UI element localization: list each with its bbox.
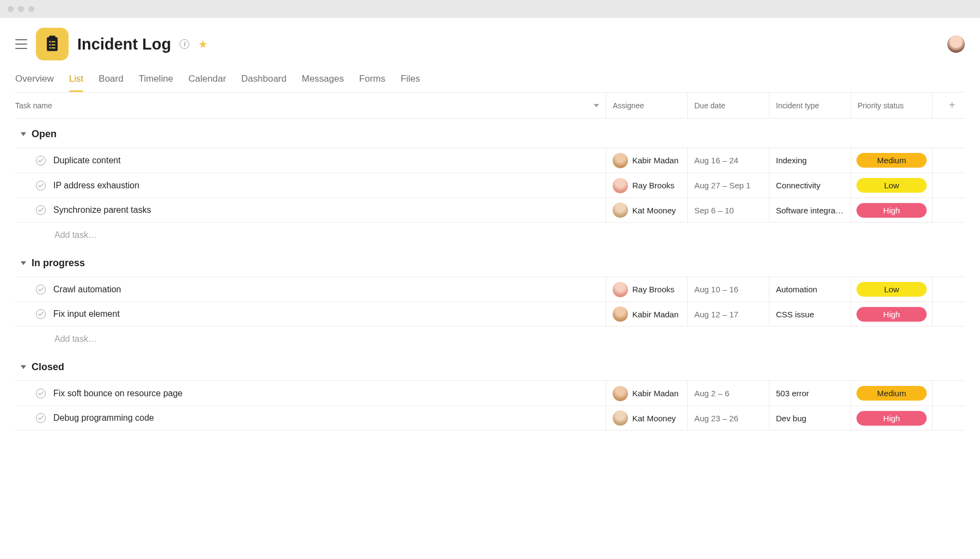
priority-cell[interactable]: Medium bbox=[850, 381, 932, 406]
complete-task-checkbox[interactable] bbox=[36, 413, 46, 423]
assignee-cell[interactable]: Ray Brooks bbox=[606, 277, 687, 302]
priority-pill: High bbox=[856, 307, 927, 322]
assignee-name: Kabir Madan bbox=[632, 310, 679, 319]
tab-board[interactable]: Board bbox=[98, 68, 123, 92]
column-due-date[interactable]: Due date bbox=[687, 93, 769, 118]
due-date-cell[interactable]: Aug 10 – 16 bbox=[687, 277, 769, 302]
add-task-button[interactable]: Add task… bbox=[15, 223, 965, 248]
sidebar-toggle-button[interactable] bbox=[15, 39, 27, 49]
assignee-cell[interactable]: Kabir Madan bbox=[606, 381, 687, 406]
complete-task-checkbox[interactable] bbox=[36, 205, 46, 215]
task-row[interactable]: Fix input elementKabir MadanAug 12 – 17C… bbox=[15, 302, 965, 327]
column-assignee[interactable]: Assignee bbox=[606, 93, 687, 118]
assignee-cell[interactable]: Kat Mooney bbox=[606, 198, 687, 222]
info-icon[interactable]: i bbox=[180, 39, 189, 49]
window-minimize-button[interactable] bbox=[18, 6, 24, 12]
svg-rect-1 bbox=[49, 35, 55, 39]
tab-forms[interactable]: Forms bbox=[359, 68, 385, 92]
task-row[interactable]: Debug programming codeKat MooneyAug 23 –… bbox=[15, 406, 965, 431]
empty-cell bbox=[932, 148, 965, 173]
empty-cell bbox=[932, 198, 965, 222]
priority-cell[interactable]: Low bbox=[850, 277, 932, 302]
section-header[interactable]: Open bbox=[15, 119, 965, 148]
svg-rect-3 bbox=[52, 41, 56, 42]
tab-calendar[interactable]: Calendar bbox=[188, 68, 226, 92]
priority-cell[interactable]: High bbox=[850, 302, 932, 326]
svg-point-6 bbox=[49, 47, 51, 49]
assignee-cell[interactable]: Kabir Madan bbox=[606, 148, 687, 173]
complete-task-checkbox[interactable] bbox=[36, 309, 46, 319]
complete-task-checkbox[interactable] bbox=[36, 389, 46, 398]
check-icon bbox=[38, 158, 44, 163]
priority-cell[interactable]: High bbox=[850, 198, 932, 222]
assignee-avatar bbox=[613, 306, 628, 322]
assignee-avatar bbox=[613, 410, 628, 426]
assignee-name: Kat Mooney bbox=[632, 414, 676, 423]
due-date-cell[interactable]: Aug 12 – 17 bbox=[687, 302, 769, 326]
task-row[interactable]: Duplicate contentKabir MadanAug 16 – 24I… bbox=[15, 148, 965, 173]
add-column-button[interactable]: + bbox=[932, 93, 965, 118]
priority-cell[interactable]: High bbox=[850, 406, 932, 430]
column-incident-type[interactable]: Incident type bbox=[769, 93, 850, 118]
tab-timeline[interactable]: Timeline bbox=[139, 68, 174, 92]
due-date-cell[interactable]: Aug 23 – 26 bbox=[687, 406, 769, 430]
assignee-name: Ray Brooks bbox=[632, 181, 675, 190]
due-date-cell[interactable]: Aug 16 – 24 bbox=[687, 148, 769, 173]
project-icon-clipboard[interactable] bbox=[36, 28, 69, 60]
section-header[interactable]: In progress bbox=[15, 248, 965, 277]
task-row[interactable]: IP address exhaustionRay BrooksAug 27 – … bbox=[15, 173, 965, 198]
incident-type-cell[interactable]: Indexing bbox=[769, 148, 850, 173]
task-name: Crawl automation bbox=[53, 285, 121, 294]
incident-type-cell[interactable]: Automation bbox=[769, 277, 850, 302]
check-icon bbox=[38, 391, 44, 396]
due-date-cell[interactable]: Aug 2 – 6 bbox=[687, 381, 769, 406]
star-icon[interactable]: ★ bbox=[198, 38, 208, 51]
tab-messages[interactable]: Messages bbox=[301, 68, 343, 92]
incident-type-cell[interactable]: Connectivity bbox=[769, 173, 850, 198]
empty-cell bbox=[932, 302, 965, 326]
section-title: In progress bbox=[32, 257, 85, 269]
priority-cell[interactable]: Low bbox=[850, 173, 932, 198]
tab-dashboard[interactable]: Dashboard bbox=[241, 68, 286, 92]
task-name: Fix input element bbox=[53, 309, 120, 319]
priority-pill: Low bbox=[856, 178, 927, 193]
priority-pill: High bbox=[856, 203, 927, 218]
task-name: Fix soft bounce on resource page bbox=[53, 389, 182, 398]
priority-cell[interactable]: Medium bbox=[850, 148, 932, 173]
incident-type-cell[interactable]: CSS issue bbox=[769, 302, 850, 326]
section-header[interactable]: Closed bbox=[15, 352, 965, 380]
incident-type-cell[interactable]: 503 error bbox=[769, 381, 850, 406]
task-row[interactable]: Fix soft bounce on resource pageKabir Ma… bbox=[15, 380, 965, 406]
empty-cell bbox=[932, 406, 965, 430]
column-priority-status[interactable]: Priority status bbox=[850, 93, 932, 118]
project-header: Incident Log i ★ bbox=[15, 18, 965, 66]
check-icon bbox=[38, 208, 44, 212]
column-task-name[interactable]: Task name bbox=[15, 101, 52, 110]
section-title: Closed bbox=[32, 361, 64, 373]
incident-type-cell[interactable]: Software integra… bbox=[769, 198, 850, 222]
assignee-cell[interactable]: Ray Brooks bbox=[606, 173, 687, 198]
tab-list[interactable]: List bbox=[69, 68, 83, 92]
complete-task-checkbox[interactable] bbox=[36, 285, 46, 294]
task-row[interactable]: Crawl automationRay BrooksAug 10 – 16Aut… bbox=[15, 277, 965, 302]
due-date-cell[interactable]: Sep 6 – 10 bbox=[687, 198, 769, 222]
assignee-name: Kabir Madan bbox=[632, 389, 679, 398]
complete-task-checkbox[interactable] bbox=[36, 181, 46, 191]
incident-type-cell[interactable]: Dev bug bbox=[769, 406, 850, 430]
assignee-cell[interactable]: Kat Mooney bbox=[606, 406, 687, 430]
assignee-name: Kat Mooney bbox=[632, 206, 676, 215]
due-date-cell[interactable]: Aug 27 – Sep 1 bbox=[687, 173, 769, 198]
tab-overview[interactable]: Overview bbox=[15, 68, 54, 92]
window-close-button[interactable] bbox=[8, 6, 14, 12]
project-title[interactable]: Incident Log bbox=[77, 35, 171, 53]
window-zoom-button[interactable] bbox=[28, 6, 34, 12]
clipboard-icon bbox=[43, 35, 61, 53]
current-user-avatar[interactable] bbox=[947, 35, 965, 53]
add-task-button[interactable]: Add task… bbox=[15, 327, 965, 352]
assignee-cell[interactable]: Kabir Madan bbox=[606, 302, 687, 326]
complete-task-checkbox[interactable] bbox=[36, 156, 46, 165]
tab-files[interactable]: Files bbox=[400, 68, 420, 92]
task-row[interactable]: Synchronize parent tasksKat MooneySep 6 … bbox=[15, 198, 965, 223]
chevron-down-icon[interactable] bbox=[594, 104, 599, 107]
svg-point-4 bbox=[49, 44, 51, 46]
